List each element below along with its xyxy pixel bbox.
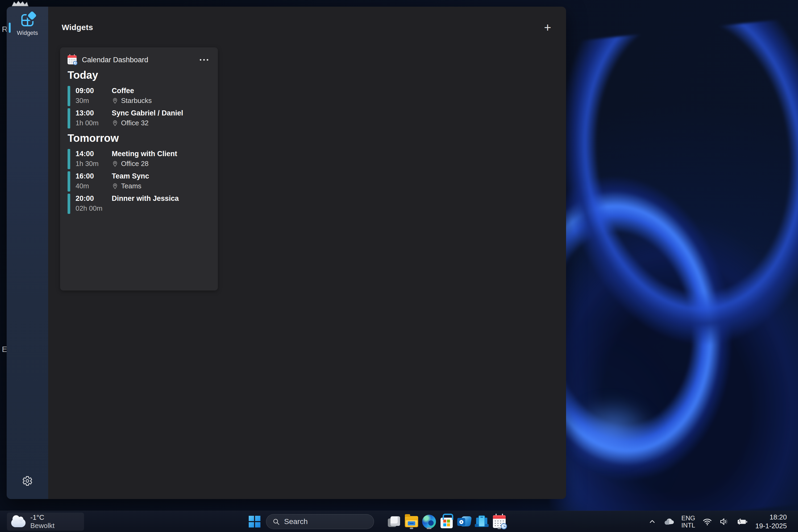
recycle-bin-icon[interactable] xyxy=(11,0,29,6)
running-indicator xyxy=(498,528,501,529)
language-indicator[interactable]: ENG INTL xyxy=(681,514,695,529)
event-color-bar xyxy=(68,171,70,191)
event-time: 13:00 xyxy=(76,108,112,118)
calendar-dashboard-widget[interactable]: Calendar Dashboard Today 09:00 30m Coffe… xyxy=(60,48,218,290)
microsoft-store-icon xyxy=(440,518,453,528)
taskbar-app-edge[interactable] xyxy=(420,514,438,529)
chevron-up-icon xyxy=(649,518,656,525)
widgets-icon xyxy=(21,14,34,27)
widget-header: Calendar Dashboard xyxy=(68,54,210,65)
outlook-icon xyxy=(457,515,471,528)
battery-charging-icon xyxy=(737,518,748,526)
location-pin-icon xyxy=(112,183,118,189)
battery-tray-button[interactable] xyxy=(737,518,748,526)
windows-logo-icon xyxy=(249,516,261,528)
file-explorer-icon xyxy=(405,516,418,527)
widget-title: Calendar Dashboard xyxy=(82,56,148,64)
language-line1: ENG xyxy=(681,514,695,521)
cloud-icon xyxy=(11,519,25,527)
task-view-icon xyxy=(387,516,401,528)
desktop-icon-label-fragment-bottom: E xyxy=(2,345,7,354)
sidebar-item-label: Widgets xyxy=(17,30,38,36)
clock-date-button[interactable]: 18:20 19-1-2025 xyxy=(755,513,787,530)
weather-condition: Bewolkt xyxy=(30,521,55,530)
event-duration: 30m xyxy=(76,95,112,106)
wifi-icon xyxy=(703,518,712,526)
taskbar-app-calendar[interactable] xyxy=(491,514,508,529)
event-row[interactable]: 14:00 1h 30m Meeting with Client Office … xyxy=(68,149,210,169)
section-heading-today: Today xyxy=(68,69,210,81)
event-time: 09:00 xyxy=(76,86,112,95)
gear-icon xyxy=(22,476,33,486)
widgets-panel-window: Widgets Widgets + Calendar Dashboard xyxy=(7,7,566,499)
language-line2: INTL xyxy=(681,521,695,529)
location-pin-icon xyxy=(112,160,118,167)
taskbar: -1°C Bewolkt Search xyxy=(0,511,798,532)
tray-time: 18:20 xyxy=(755,513,787,521)
event-title: Coffee xyxy=(112,86,152,95)
tray-overflow-button[interactable] xyxy=(649,518,656,525)
widgets-board: Widgets + Calendar Dashboard Today 09:00 xyxy=(48,7,566,499)
network-tray-button[interactable] xyxy=(703,518,712,526)
taskbar-center: Search xyxy=(247,511,508,532)
add-widget-button[interactable]: + xyxy=(544,22,551,33)
calendar-clock-icon xyxy=(493,515,506,528)
volume-tray-button[interactable] xyxy=(720,518,729,526)
wallpaper-bloom-glow xyxy=(551,386,673,476)
widgets-sidebar: Widgets xyxy=(7,7,48,499)
event-title: Team Sync xyxy=(112,171,149,181)
start-button[interactable] xyxy=(247,514,262,529)
event-location: Office 32 xyxy=(121,118,149,128)
taskbar-app-task-view[interactable] xyxy=(385,514,403,529)
event-location: Teams xyxy=(121,181,141,191)
event-row[interactable]: 09:00 30m Coffee Starbucks xyxy=(68,86,210,106)
calendar-clock-icon xyxy=(68,55,77,64)
phone-link-icon xyxy=(475,515,489,528)
search-placeholder: Search xyxy=(284,517,308,526)
tray-date: 19-1-2025 xyxy=(755,521,787,530)
speaker-icon xyxy=(720,518,729,526)
event-color-bar xyxy=(68,149,70,169)
page-title: Widgets xyxy=(62,23,93,32)
event-time: 20:00 xyxy=(76,194,112,203)
taskbar-app-file-explorer[interactable] xyxy=(403,514,420,529)
weather-temperature: -1°C xyxy=(30,513,55,521)
onedrive-tray-button[interactable] xyxy=(663,518,674,525)
onedrive-cloud-icon xyxy=(663,518,674,525)
event-color-bar xyxy=(68,194,70,214)
event-row[interactable]: 20:00 02h 00m Dinner with Jessica xyxy=(68,194,210,214)
event-row[interactable]: 16:00 40m Team Sync Teams xyxy=(68,171,210,191)
event-color-bar xyxy=(68,86,70,106)
widget-menu-button[interactable] xyxy=(198,57,210,63)
weather-widget-button[interactable]: -1°C Bewolkt xyxy=(7,513,84,531)
event-color-bar xyxy=(68,108,70,129)
event-location: Office 28 xyxy=(121,158,149,169)
section-heading-tomorrow: Tomorrow xyxy=(68,132,210,144)
taskbar-app-phone-link[interactable] xyxy=(473,514,491,529)
taskbar-app-microsoft-store[interactable] xyxy=(438,514,455,529)
event-row[interactable]: 13:00 1h 00m Sync Gabriel / Daniel Offic… xyxy=(68,108,210,129)
event-duration: 02h 00m xyxy=(76,203,112,213)
event-location: Starbucks xyxy=(121,95,152,106)
sidebar-item-widgets[interactable]: Widgets xyxy=(7,14,48,36)
edge-browser-icon xyxy=(422,515,436,529)
event-title: Dinner with Jessica xyxy=(112,194,179,203)
widgets-board-header: Widgets + xyxy=(62,20,551,34)
taskbar-app-outlook[interactable] xyxy=(455,514,473,529)
desktop-icon-label-fragment-top: R xyxy=(2,25,7,34)
settings-button[interactable] xyxy=(22,476,33,486)
location-pin-icon xyxy=(112,120,118,126)
location-pin-icon xyxy=(112,97,118,104)
event-time: 16:00 xyxy=(76,171,112,181)
event-title: Sync Gabriel / Daniel xyxy=(112,108,183,118)
event-title: Meeting with Client xyxy=(112,149,177,158)
running-indicator xyxy=(410,528,413,529)
search-icon xyxy=(273,518,280,525)
event-duration: 1h 30m xyxy=(76,158,112,169)
search-input[interactable]: Search xyxy=(266,514,374,529)
system-tray: ENG INTL xyxy=(649,511,798,532)
event-duration: 1h 00m xyxy=(76,118,112,128)
event-time: 14:00 xyxy=(76,149,112,158)
running-indicator xyxy=(427,528,432,529)
event-duration: 40m xyxy=(76,181,112,191)
